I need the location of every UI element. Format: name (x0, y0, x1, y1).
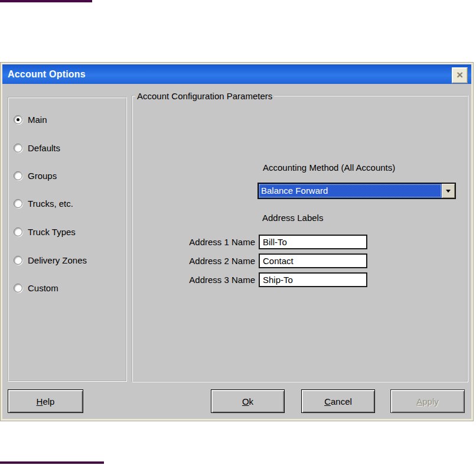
cancel-button[interactable]: Cancel (301, 389, 375, 413)
address-2-label: Address 2 Name (174, 256, 255, 266)
help-button[interactable]: Help (8, 389, 83, 413)
address-2-name-input[interactable] (259, 253, 367, 268)
close-icon: × (457, 69, 463, 80)
cancel-button-label: ancel (331, 396, 352, 407)
radio-icon (14, 144, 22, 152)
address-3-name-input[interactable] (259, 272, 367, 287)
radio-label: Truck Types (28, 227, 76, 237)
radio-label: Main (28, 115, 47, 125)
config-groupbox: Account Configuration Parameters Account… (132, 95, 468, 382)
radio-label: Custom (28, 283, 58, 293)
radio-option-groups[interactable]: Groups (14, 171, 57, 181)
radio-option-delivery-zones[interactable]: Delivery Zones (14, 255, 87, 265)
help-button-label: elp (43, 396, 54, 407)
background-window-edge-bottom (0, 461, 104, 464)
dialog-title: Account Options (2, 64, 471, 84)
ok-button[interactable]: Ok (211, 389, 285, 413)
combobox-dropdown-button[interactable] (442, 184, 455, 198)
radio-label: Delivery Zones (28, 255, 87, 265)
radio-icon (14, 227, 22, 236)
close-button[interactable]: × (452, 67, 468, 83)
apply-button-label: pply (422, 396, 439, 407)
address-3-label: Address 3 Name (174, 275, 255, 285)
radio-option-custom[interactable]: Custom (14, 283, 58, 293)
radio-icon (14, 284, 22, 292)
radio-label: Groups (28, 171, 57, 181)
account-options-dialog: Account Options × Main Defaults Groups T… (0, 62, 474, 421)
background-window-edge-top (0, 0, 92, 2)
radio-option-defaults[interactable]: Defaults (14, 143, 60, 153)
accounting-method-value: Balance Forward (259, 184, 442, 198)
radio-icon (14, 171, 22, 180)
cancel-button-accesskey: C (324, 396, 331, 407)
ok-button-label: k (249, 396, 254, 407)
dialog-body: Main Defaults Groups Trucks, etc. Truck … (2, 84, 471, 419)
ok-button-accesskey: O (242, 396, 249, 407)
apply-button-accesskey: A (416, 396, 422, 407)
help-button-accesskey: H (37, 396, 43, 407)
sidebar-groupbox: Main Defaults Groups Trucks, etc. Truck … (8, 97, 127, 382)
radio-label: Trucks, etc. (28, 199, 73, 209)
radio-icon (14, 256, 22, 265)
chevron-down-icon (446, 190, 451, 193)
accounting-method-select[interactable]: Balance Forward (257, 183, 456, 199)
address-1-label: Address 1 Name (174, 237, 255, 247)
apply-button: Apply (390, 389, 465, 413)
radio-icon (14, 199, 22, 208)
address-1-name-input[interactable] (259, 235, 367, 249)
radio-label: Defaults (28, 143, 60, 153)
radio-option-main[interactable]: Main (14, 115, 47, 125)
radio-option-trucks[interactable]: Trucks, etc. (14, 199, 73, 209)
dialog-titlebar[interactable]: Account Options × (2, 64, 471, 84)
address-labels-heading: Address Labels (262, 213, 323, 223)
accounting-method-label: Accounting Method (All Accounts) (263, 162, 395, 173)
radio-option-truck-types[interactable]: Truck Types (14, 227, 76, 237)
radio-icon (14, 115, 22, 124)
groupbox-title: Account Configuration Parameters (135, 91, 274, 101)
